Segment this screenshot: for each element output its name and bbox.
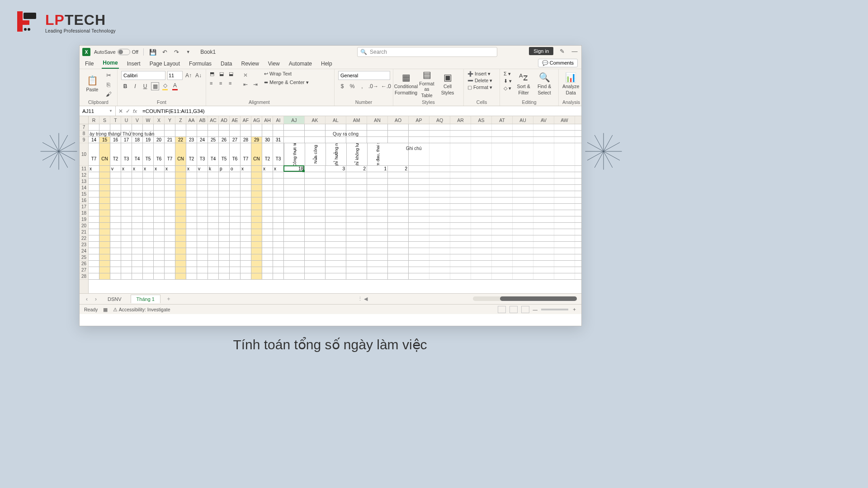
col-header-AG[interactable]: AG xyxy=(251,116,262,124)
col-header-AA[interactable]: AA xyxy=(186,116,197,124)
align-top-icon[interactable]: ⬒ xyxy=(210,71,218,79)
pen-icon[interactable]: ✎ xyxy=(558,47,566,55)
spreadsheet-grid[interactable]: RSTUVWXYZAAABACADAEAFAGAHAIAJAKALAMANAOA… xyxy=(80,116,581,293)
col-header-AK[interactable]: AK xyxy=(305,116,326,124)
row-header-9[interactable]: 9 xyxy=(80,137,88,143)
horizontal-scrollbar[interactable] xyxy=(473,296,577,301)
paste-button[interactable]: 📋Paste xyxy=(83,71,101,96)
tab-data[interactable]: Data xyxy=(220,59,233,69)
col-header-AV[interactable]: AV xyxy=(533,116,554,124)
tab-help[interactable]: Help xyxy=(320,59,333,69)
borders-button[interactable]: ▦ xyxy=(151,82,159,90)
col-header-AI[interactable]: AI xyxy=(273,116,284,124)
copy-icon[interactable]: ⎘ xyxy=(104,80,113,89)
row-header-7[interactable]: 7 xyxy=(80,124,88,131)
align-middle-icon[interactable]: ⬓ xyxy=(219,71,227,79)
col-header-AF[interactable]: AF xyxy=(241,116,251,124)
col-header-R[interactable]: R xyxy=(89,116,99,124)
col-header-AO[interactable]: AO xyxy=(388,116,409,124)
merge-center-button[interactable]: ⬌ Merge & Center ▾ xyxy=(264,80,309,85)
format-painter-icon[interactable]: 🖌 xyxy=(104,90,113,98)
col-header-U[interactable]: U xyxy=(121,116,132,124)
align-bottom-icon[interactable]: ⬓ xyxy=(229,71,237,79)
tab-insert[interactable]: Insert xyxy=(126,59,142,69)
number-format-select[interactable] xyxy=(338,71,390,80)
minimize-icon[interactable]: — xyxy=(571,47,579,55)
col-header-AQ[interactable]: AQ xyxy=(429,116,450,124)
format-cells-button[interactable]: ▢ Format ▾ xyxy=(467,84,492,90)
accessibility-status[interactable]: ⚠ Accessibility: Investigate xyxy=(113,307,170,312)
tab-file[interactable]: File xyxy=(84,59,94,69)
decrease-decimal-icon[interactable]: ←.0 xyxy=(381,82,392,90)
row-header-13[interactable]: 13 xyxy=(80,178,88,185)
align-center-icon[interactable]: ≡ xyxy=(219,80,227,89)
sheet-next-icon[interactable]: › xyxy=(93,296,99,302)
row-header-20[interactable]: 20 xyxy=(80,223,88,229)
view-page-break-icon[interactable] xyxy=(521,306,529,313)
row-header-17[interactable]: 17 xyxy=(80,204,88,210)
font-size-select[interactable] xyxy=(167,71,183,80)
signin-button[interactable]: Sign in xyxy=(529,47,553,55)
row-header-11[interactable]: 11 xyxy=(80,166,88,172)
view-normal-icon[interactable] xyxy=(498,306,506,313)
cancel-formula-icon[interactable]: ✕ xyxy=(118,108,123,114)
conditional-formatting-button[interactable]: ▦ConditionalFormatting xyxy=(397,71,415,96)
col-header-AP[interactable]: AP xyxy=(409,116,429,124)
font-color-button[interactable]: A xyxy=(171,82,179,90)
view-page-layout-icon[interactable] xyxy=(509,306,518,313)
row-header-28[interactable]: 28 xyxy=(80,273,88,280)
col-header-X[interactable]: X xyxy=(154,116,165,124)
col-header-Z[interactable]: Z xyxy=(175,116,186,124)
row-header-21[interactable]: 21 xyxy=(80,229,88,235)
col-header-AE[interactable]: AE xyxy=(230,116,241,124)
sheet-tab-thang1[interactable]: Tháng 1 xyxy=(131,295,160,303)
col-header-AB[interactable]: AB xyxy=(197,116,208,124)
tab-formulas[interactable]: Formulas xyxy=(188,59,212,69)
analyze-data-button[interactable]: 📊AnalyzeData xyxy=(562,71,579,96)
tab-automate[interactable]: Automate xyxy=(288,59,313,69)
row-header-26[interactable]: 26 xyxy=(80,261,88,267)
row-header-23[interactable]: 23 xyxy=(80,242,88,248)
italic-button[interactable]: I xyxy=(131,82,139,90)
col-header-AL[interactable]: AL xyxy=(326,116,346,124)
tab-home[interactable]: Home xyxy=(102,58,118,69)
decrease-indent-icon[interactable]: ⇤ xyxy=(241,80,250,89)
clear-icon[interactable]: ◇ ▾ xyxy=(504,85,512,91)
col-header-S[interactable]: S xyxy=(99,116,110,124)
row-header-27[interactable]: 27 xyxy=(80,267,88,273)
row-header-18[interactable]: 18 xyxy=(80,210,88,216)
increase-decimal-icon[interactable]: .0→ xyxy=(368,82,379,90)
col-header-AJ[interactable]: AJ xyxy=(284,116,305,124)
col-header-AN[interactable]: AN xyxy=(367,116,388,124)
stats-icon[interactable]: ▦ xyxy=(103,307,108,312)
name-box[interactable]: AJ11▼ xyxy=(80,106,116,116)
save-icon[interactable]: 💾 xyxy=(149,48,157,56)
increase-indent-icon[interactable]: ⇥ xyxy=(251,80,259,89)
autosum-icon[interactable]: Σ ▾ xyxy=(504,71,512,77)
sheet-prev-icon[interactable]: ‹ xyxy=(84,296,90,302)
tab-view[interactable]: View xyxy=(267,59,281,69)
col-header-AR[interactable]: AR xyxy=(450,116,471,124)
fill-icon[interactable]: ⬇ ▾ xyxy=(504,78,512,84)
add-sheet-icon[interactable]: ＋ xyxy=(164,295,173,303)
row-header-22[interactable]: 22 xyxy=(80,235,88,242)
col-header-AH[interactable]: AH xyxy=(262,116,273,124)
col-header-AU[interactable]: AU xyxy=(513,116,533,124)
row-header-25[interactable]: 25 xyxy=(80,254,88,261)
font-name-select[interactable] xyxy=(121,71,165,80)
comma-icon[interactable]: , xyxy=(358,82,366,90)
find-select-button[interactable]: 🔍Find &Select xyxy=(535,71,553,96)
orientation-icon[interactable]: ⤬ xyxy=(241,71,250,79)
col-header-AD[interactable]: AD xyxy=(219,116,230,124)
tab-page-layout[interactable]: Page Layout xyxy=(149,59,181,69)
row-header-24[interactable]: 24 xyxy=(80,248,88,254)
decrease-font-icon[interactable]: A↓ xyxy=(194,71,203,80)
search-input[interactable]: 🔍 Search xyxy=(357,47,497,57)
align-left-icon[interactable]: ≡ xyxy=(210,80,218,89)
delete-cells-button[interactable]: ➖ Delete ▾ xyxy=(467,78,492,84)
enter-formula-icon[interactable]: ✓ xyxy=(126,108,130,114)
redo-icon[interactable]: ↷ xyxy=(172,48,180,56)
increase-font-icon[interactable]: A↑ xyxy=(184,71,193,80)
sort-filter-button[interactable]: ᴬᴢSort &Filter xyxy=(514,71,533,96)
comments-button[interactable]: 💬 Comments xyxy=(538,59,578,67)
